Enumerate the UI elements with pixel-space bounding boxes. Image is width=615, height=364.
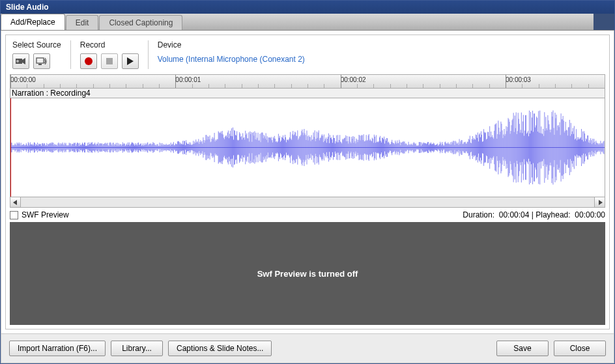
record-icon xyxy=(84,57,93,66)
source-group: Select Source xyxy=(12,40,70,69)
library-button[interactable]: Library... xyxy=(111,341,163,356)
tab-label: Add/Replace xyxy=(10,18,55,27)
play-icon xyxy=(126,57,134,66)
tab-cap xyxy=(594,14,614,30)
info-row: SWF Preview Duration: 00:00:04 | Playhea… xyxy=(6,208,609,222)
horizontal-scrollbar[interactable] xyxy=(10,197,605,208)
ruler-tick-label: 00:00:02 xyxy=(341,76,366,83)
swf-preview-label: SWF Preview xyxy=(21,210,69,219)
button-label: Save xyxy=(513,344,531,353)
close-button[interactable]: Close xyxy=(554,341,606,356)
timeline-area: 00:00:0000:00:0100:00:0200:00:03 Narrati… xyxy=(10,74,605,208)
scroll-right-arrow[interactable] xyxy=(594,197,605,207)
import-narration-button[interactable]: Import Narration (F6)... xyxy=(9,341,106,356)
svg-point-2 xyxy=(16,60,19,63)
svg-rect-6 xyxy=(106,58,113,64)
record-group: Record xyxy=(70,40,148,69)
separator: | xyxy=(529,210,536,219)
record-label: Record xyxy=(80,40,139,49)
swf-preview-message: Swf Preview is turned off xyxy=(257,269,358,279)
svg-marker-7 xyxy=(127,57,134,65)
svg-rect-4 xyxy=(38,64,42,65)
svg-marker-909 xyxy=(13,200,17,205)
svg-rect-3 xyxy=(36,58,44,63)
waveform-svg xyxy=(10,98,605,197)
tab-label: Closed Captioning xyxy=(109,18,173,27)
captions-slide-notes-button[interactable]: Captions & Slide Notes... xyxy=(168,341,272,356)
footer: Import Narration (F6)... Library... Capt… xyxy=(1,333,614,363)
client-area: Add/Replace Edit Closed Captioning Selec… xyxy=(1,14,614,363)
playhead-line[interactable] xyxy=(10,98,11,197)
duration-label: Duration: xyxy=(463,210,494,219)
device-group: Device Volume (Internal Microphone (Cone… xyxy=(148,40,314,69)
window-titlebar[interactable]: Slide Audio xyxy=(1,1,614,14)
device-link[interactable]: Volume (Internal Microphone (Conexant 2) xyxy=(158,53,305,64)
svg-marker-1 xyxy=(22,58,25,64)
play-button[interactable] xyxy=(122,53,139,69)
button-label: Captions & Slide Notes... xyxy=(177,344,263,353)
duration-value: 00:00:04 xyxy=(499,210,530,219)
svg-point-5 xyxy=(85,57,93,65)
stop-button[interactable] xyxy=(101,53,118,69)
tab-edit[interactable]: Edit xyxy=(66,15,99,30)
tab-panel: Select Source Record xyxy=(1,31,614,363)
ruler-tick-label: 00:00:03 xyxy=(506,76,531,83)
tab-closed-captioning[interactable]: Closed Captioning xyxy=(99,15,182,30)
toolbar: Select Source Record xyxy=(6,35,609,74)
swf-preview-panel: Swf Preview is turned off xyxy=(10,222,605,325)
video-camera-icon xyxy=(15,57,27,66)
tab-strip: Add/Replace Edit Closed Captioning xyxy=(1,14,614,31)
time-ruler[interactable]: 00:00:0000:00:0100:00:0200:00:03 xyxy=(10,74,605,89)
source-monitor-button[interactable] xyxy=(33,53,50,69)
record-button[interactable] xyxy=(80,53,97,69)
playhead-value: 00:00:00 xyxy=(575,210,605,219)
swf-preview-checkbox[interactable] xyxy=(10,211,18,219)
stop-icon xyxy=(106,57,113,65)
slide-audio-window: Slide Audio Add/Replace Edit Closed Capt… xyxy=(0,0,615,364)
device-label: Device xyxy=(158,40,305,49)
source-label: Select Source xyxy=(12,40,61,49)
playhead-label: Playhead: xyxy=(536,210,570,219)
svg-marker-910 xyxy=(599,200,603,205)
window-title: Slide Audio xyxy=(6,3,49,12)
waveform-view[interactable] xyxy=(10,98,605,197)
ruler-tick-label: 00:00:00 xyxy=(10,76,36,83)
tab-label: Edit xyxy=(76,18,89,27)
button-label: Close xyxy=(570,344,590,353)
inner-panel: Select Source Record xyxy=(5,35,610,329)
scroll-left-arrow[interactable] xyxy=(10,197,21,207)
button-label: Import Narration (F6)... xyxy=(18,344,97,353)
scroll-track[interactable] xyxy=(21,197,594,207)
triangle-left-icon xyxy=(13,200,18,205)
triangle-right-icon xyxy=(597,200,603,205)
tab-add-replace[interactable]: Add/Replace xyxy=(1,14,65,30)
monitor-audio-icon xyxy=(36,57,48,66)
save-button[interactable]: Save xyxy=(496,341,549,356)
ruler-tick-label: 00:00:01 xyxy=(175,76,201,83)
source-camera-button[interactable] xyxy=(12,53,29,69)
track-label: Narration : Recording4 xyxy=(10,89,605,98)
button-label: Library... xyxy=(122,344,152,353)
